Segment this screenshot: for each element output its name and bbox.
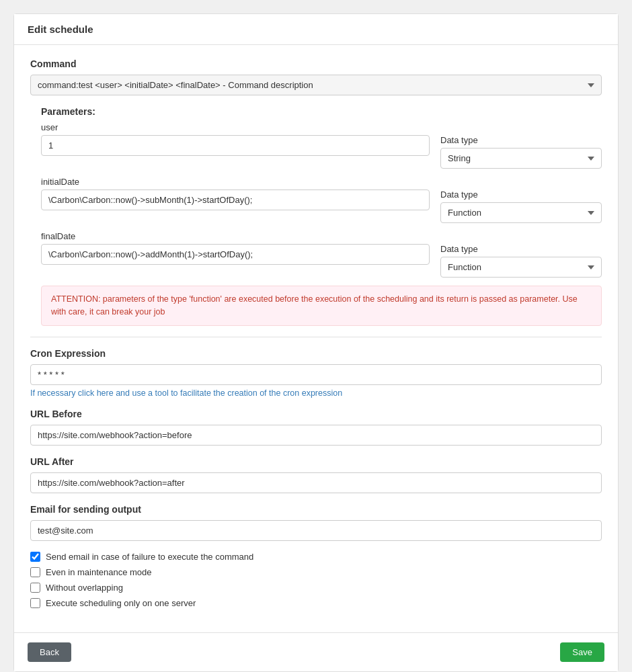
url-after-input[interactable] [30, 472, 602, 493]
save-button[interactable]: Save [560, 642, 604, 662]
param-input-wrap-initial-date [41, 190, 430, 210]
attention-box: ATTENTION: parameters of the type 'funct… [41, 286, 602, 326]
param-fields-initial-date: Data type String Integer Float Boolean F… [41, 190, 602, 223]
checkbox-label-one-server: Execute scheduling only on one server [46, 598, 196, 608]
divider-1 [30, 337, 602, 337]
parameters-label: Parameters: [41, 106, 602, 117]
param-type-label-final-date: Data type [440, 244, 602, 254]
param-type-wrap-user: Data type String Integer Float Boolean F… [440, 135, 602, 169]
url-before-label: URL Before [30, 409, 602, 419]
param-type-label-user: Data type [440, 135, 602, 145]
command-section: Command command:test <user> <initialDate… [30, 58, 602, 95]
param-name-user: user [41, 122, 602, 132]
command-label: Command [30, 58, 602, 69]
param-input-wrap-final-date [41, 244, 430, 265]
cron-label: Cron Expression [30, 348, 602, 359]
param-type-select-user[interactable]: String Integer Float Boolean Function [440, 148, 602, 169]
email-label: Email for sending output [30, 504, 602, 515]
param-type-wrap-initial-date: Data type String Integer Float Boolean F… [440, 190, 602, 223]
checkbox-no-overlap[interactable] [30, 583, 40, 593]
checkbox-group-1: Send email in case of failure to execute… [30, 552, 602, 562]
url-before-section: URL Before [30, 409, 602, 446]
cron-link[interactable]: If necessary click here and use a tool t… [30, 388, 342, 398]
card-body: Command command:test <user> <initialDate… [14, 45, 618, 632]
checkbox-maintenance-mode[interactable] [30, 567, 40, 577]
parameters-section: Parameters: user Data type String Intege… [30, 106, 602, 326]
param-fields-final-date: Data type String Integer Float Boolean F… [41, 244, 602, 278]
param-input-user[interactable] [41, 135, 430, 156]
param-type-label-initial-date: Data type [440, 190, 602, 200]
checkbox-label-maintenance-mode: Even in maintenance mode [46, 567, 152, 577]
checkbox-group-2: Even in maintenance mode [30, 567, 602, 577]
param-input-initial-date[interactable] [41, 190, 430, 210]
param-row-initial-date: initialDate Data type String Integer Flo… [41, 177, 602, 223]
param-type-select-final-date[interactable]: String Integer Float Boolean Function [440, 257, 602, 278]
param-fields-user: Data type String Integer Float Boolean F… [41, 135, 602, 169]
param-row-user: user Data type String Integer Float Bool… [41, 122, 602, 169]
email-input[interactable] [30, 520, 602, 541]
url-after-section: URL After [30, 456, 602, 493]
card-header: Edit schedule [14, 14, 618, 45]
attention-text: ATTENTION: parameters of the type 'funct… [51, 294, 578, 317]
card-footer: Back Save [14, 632, 618, 671]
checkboxes-section: Send email in case of failure to execute… [30, 552, 602, 608]
checkbox-label-no-overlap: Without overlapping [46, 583, 123, 593]
email-section: Email for sending output [30, 504, 602, 541]
url-before-input[interactable] [30, 425, 602, 446]
checkbox-group-3: Without overlapping [30, 583, 602, 593]
param-name-final-date: finalDate [41, 231, 602, 241]
cron-input[interactable] [30, 364, 602, 385]
checkbox-failure-email[interactable] [30, 552, 40, 562]
param-type-wrap-final-date: Data type String Integer Float Boolean F… [440, 244, 602, 278]
url-after-label: URL After [30, 456, 602, 467]
page-title: Edit schedule [28, 24, 604, 35]
param-input-wrap-user [41, 135, 430, 156]
param-row-final-date: finalDate Data type String Integer Float… [41, 231, 602, 278]
param-name-initial-date: initialDate [41, 177, 602, 187]
checkbox-group-4: Execute scheduling only on one server [30, 598, 602, 608]
edit-schedule-card: Edit schedule Command command:test <user… [13, 13, 619, 672]
cron-section: Cron Expression If necessary click here … [30, 348, 602, 398]
back-button[interactable]: Back [28, 642, 71, 662]
command-select[interactable]: command:test <user> <initialDate> <final… [30, 75, 602, 95]
checkbox-label-failure-email: Send email in case of failure to execute… [46, 552, 253, 562]
param-input-final-date[interactable] [41, 244, 430, 265]
checkbox-one-server[interactable] [30, 598, 40, 608]
param-type-select-initial-date[interactable]: String Integer Float Boolean Function [440, 202, 602, 223]
